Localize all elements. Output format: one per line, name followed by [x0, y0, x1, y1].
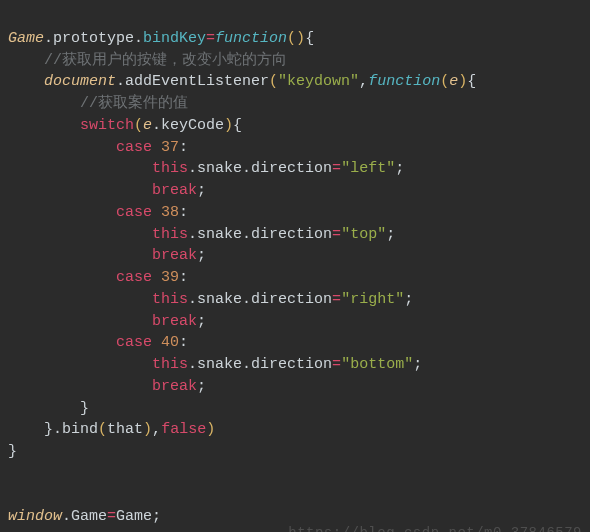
line-13: this.snake.direction="right"; — [8, 291, 413, 308]
line-3: document.addEventListener("keydown",func… — [8, 73, 476, 90]
line-9: case 38: — [8, 204, 188, 221]
dot: . — [188, 356, 197, 373]
assign-op: = — [107, 508, 116, 525]
number-39: 39 — [161, 269, 179, 286]
line-18: } — [8, 400, 89, 417]
brace-open: { — [233, 117, 242, 134]
identifier-bindKey: bindKey — [143, 30, 206, 47]
identifier-addEventListener: addEventListener — [125, 73, 269, 90]
assign-op: = — [332, 356, 341, 373]
keyword-case: case — [116, 139, 152, 156]
line-10: this.snake.direction="top"; — [8, 226, 395, 243]
dot: . — [116, 73, 125, 90]
line-12: case 39: — [8, 269, 188, 286]
identifier-snake: snake — [197, 356, 242, 373]
dot: . — [188, 291, 197, 308]
line-15: case 40: — [8, 334, 188, 351]
colon: : — [179, 139, 188, 156]
keyword-break: break — [152, 378, 197, 395]
colon: : — [179, 269, 188, 286]
paren-open: ( — [134, 117, 143, 134]
identifier-prototype: prototype — [53, 30, 134, 47]
line-16: this.snake.direction="bottom"; — [8, 356, 422, 373]
colon: : — [179, 334, 188, 351]
keyword-break: break — [152, 182, 197, 199]
blank-line-1 — [8, 465, 17, 482]
keyword-break: break — [152, 247, 197, 264]
line-19: }.bind(that),false) — [8, 421, 215, 438]
line-17: break; — [8, 378, 206, 395]
brace-close: } — [8, 443, 17, 460]
identifier-window: window — [8, 508, 62, 525]
keyword-case: case — [116, 269, 152, 286]
semicolon: ; — [197, 378, 206, 395]
keyword-function: function — [215, 30, 287, 47]
dot: . — [242, 226, 251, 243]
keyword-function: function — [368, 73, 440, 90]
line-7: this.snake.direction="left"; — [8, 160, 404, 177]
assign-op: = — [206, 30, 215, 47]
semicolon: ; — [197, 247, 206, 264]
identifier-direction: direction — [251, 291, 332, 308]
identifier-e: e — [143, 117, 152, 134]
dot: . — [134, 30, 143, 47]
identifier-snake: snake — [197, 160, 242, 177]
line-1: Game.prototype.bindKey=function(){ — [8, 30, 314, 47]
dot: . — [53, 421, 62, 438]
paren-open: ( — [98, 421, 107, 438]
keyword-this: this — [152, 291, 188, 308]
dot: . — [188, 160, 197, 177]
line-4: //获取案件的值 — [8, 95, 188, 112]
identifier-keyCode: keyCode — [161, 117, 224, 134]
brace-close: } — [44, 421, 53, 438]
line-23: window.Game=Game; — [8, 508, 161, 525]
semicolon: ; — [413, 356, 422, 373]
semicolon: ; — [197, 313, 206, 330]
comment-value: //获取案件的值 — [80, 95, 188, 112]
number-40: 40 — [161, 334, 179, 351]
dot: . — [242, 291, 251, 308]
identifier-direction: direction — [251, 160, 332, 177]
identifier-snake: snake — [197, 226, 242, 243]
assign-op: = — [332, 291, 341, 308]
assign-op: = — [332, 160, 341, 177]
semicolon: ; — [404, 291, 413, 308]
number-38: 38 — [161, 204, 179, 221]
colon: : — [179, 204, 188, 221]
dot: . — [44, 30, 53, 47]
semicolon: ; — [197, 182, 206, 199]
keyword-break: break — [152, 313, 197, 330]
code-block: Game.prototype.bindKey=function(){ //获取用… — [0, 0, 590, 532]
identifier-direction: direction — [251, 356, 332, 373]
paren-close: ) — [206, 421, 215, 438]
param-e: e — [449, 73, 458, 90]
brace-close: } — [80, 400, 89, 417]
keyword-this: this — [152, 160, 188, 177]
dot: . — [188, 226, 197, 243]
string-top: "top" — [341, 226, 386, 243]
dot: . — [152, 117, 161, 134]
identifier-direction: direction — [251, 226, 332, 243]
string-right: "right" — [341, 291, 404, 308]
identifier-game: Game — [8, 30, 44, 47]
brace-open: { — [305, 30, 314, 47]
number-37: 37 — [161, 139, 179, 156]
assign-op: = — [332, 226, 341, 243]
comment-direction: //获取用户的按键，改变小蛇的方向 — [44, 52, 287, 69]
identifier-that: that — [107, 421, 143, 438]
keyword-switch: switch — [80, 117, 134, 134]
dot: . — [62, 508, 71, 525]
paren-close: ) — [224, 117, 233, 134]
keyword-false: false — [161, 421, 206, 438]
identifier-snake: snake — [197, 291, 242, 308]
keyword-case: case — [116, 204, 152, 221]
identifier-document: document — [44, 73, 116, 90]
semicolon: ; — [386, 226, 395, 243]
comma: , — [152, 421, 161, 438]
line-2: //获取用户的按键，改变小蛇的方向 — [8, 52, 287, 69]
line-8: break; — [8, 182, 206, 199]
comma: , — [359, 73, 368, 90]
line-14: break; — [8, 313, 206, 330]
string-bottom: "bottom" — [341, 356, 413, 373]
keyword-this: this — [152, 226, 188, 243]
